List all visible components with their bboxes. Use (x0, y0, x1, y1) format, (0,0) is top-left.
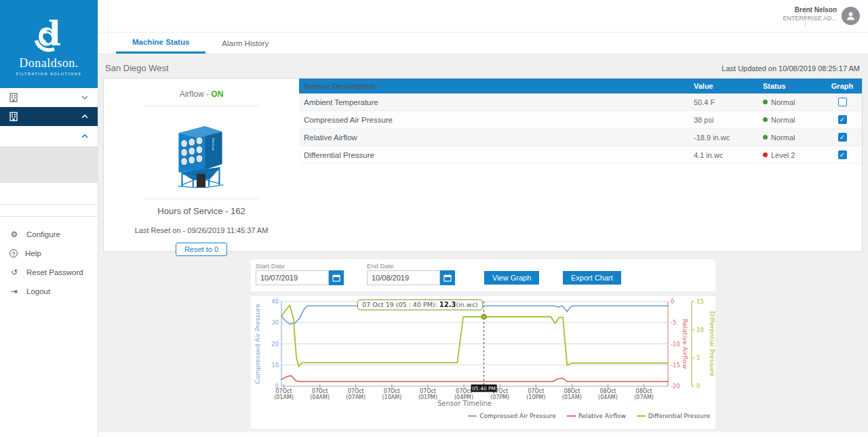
sensor-chart-svg: 0102030400-5-10-15-20151050Compressed Ai… (251, 296, 715, 400)
legend-swatch (567, 415, 576, 417)
tab-bar: Machine Status Alarm History (98, 33, 868, 54)
menu-label: Configure (26, 230, 60, 238)
svg-text:5: 5 (696, 354, 700, 361)
user-name: Brent Nelson (783, 6, 837, 14)
chevron-up-icon (81, 134, 88, 138)
legend-label: Relative Airflow (578, 413, 626, 419)
svg-text:40: 40 (271, 298, 279, 305)
gear-icon: ⚙ (9, 230, 19, 239)
start-date-label: Start Date (256, 262, 285, 270)
logout-icon: ⇥ (9, 287, 19, 296)
legend-item: Differential Pressure (637, 413, 710, 419)
svg-text:07Oct: 07Oct (276, 388, 292, 394)
graph-checkbox[interactable]: ✓ (838, 133, 847, 142)
sensor-value: -18.9 in.wc (694, 133, 763, 142)
dust-collector-image: Donaldson (166, 113, 237, 189)
airflow-status: Airflow - ON (104, 89, 299, 99)
brand-tagline: FILTRATION SOLUTIONS (16, 72, 82, 76)
start-date-calendar-button[interactable] (329, 270, 344, 285)
start-date-input[interactable] (256, 270, 329, 285)
brand-logo: d Donaldson. FILTRATION SOLUTIONS (0, 0, 98, 88)
sidebar-group-collapsed[interactable] (0, 88, 98, 107)
end-date-label: End Date (367, 262, 394, 270)
status-dot (763, 152, 768, 157)
chevron-up-icon (81, 115, 88, 119)
sidebar-group-expanded[interactable] (0, 107, 98, 126)
sensor-value: 38 psi (694, 116, 763, 124)
svg-text:15: 15 (696, 298, 704, 305)
export-chart-button[interactable]: Export Chart (563, 271, 621, 285)
person-icon (845, 10, 856, 22)
col-sensor-description: Sensor Description (299, 82, 694, 90)
view-graph-button[interactable]: View Graph (484, 271, 539, 285)
svg-text:20: 20 (271, 341, 279, 348)
user-avatar[interactable] (842, 7, 860, 25)
svg-text:07Oct: 07Oct (456, 388, 472, 394)
status-label: Normal (771, 98, 795, 106)
svg-text:08Oct: 08Oct (636, 388, 652, 394)
svg-text:Donaldson: Donaldson (212, 138, 215, 151)
graph-checkbox[interactable] (838, 98, 847, 106)
sidebar-item-logout[interactable]: ⇥ Logout (0, 282, 98, 301)
svg-text:-10: -10 (671, 341, 680, 348)
svg-text:05:40 PM: 05:40 PM (472, 386, 496, 392)
app-root: d Donaldson. FILTRATION SOLUTIONS (0, 0, 868, 437)
bottom-strip (98, 432, 868, 437)
tab-alarm-history[interactable]: Alarm History (205, 33, 285, 54)
legend-label: Differential Pressure (648, 413, 710, 419)
page-title: San Diego West (105, 63, 169, 73)
sidebar-selected-item[interactable] (0, 146, 98, 183)
top-bar: Brent Nelson ENTERPRISE AD... (98, 0, 868, 33)
divider (144, 106, 259, 106)
legend-item: Compressed Air Pressure (468, 413, 555, 419)
end-date-input[interactable] (367, 270, 440, 285)
status-label: Normal (771, 133, 795, 142)
machine-status-card: Airflow - ON (103, 78, 863, 252)
menu-label: Logout (26, 287, 50, 295)
tooltip-value: 12.3 (439, 301, 456, 308)
svg-text:Differential Pressure: Differential Pressure (709, 311, 715, 376)
sensor-description: Ambient Temperature (299, 98, 694, 106)
graph-checkbox[interactable]: ✓ (838, 150, 847, 159)
reset-to-0-button[interactable]: Reset to 0 (176, 243, 227, 256)
legend-swatch (637, 415, 646, 417)
status-dot (763, 100, 768, 104)
tab-machine-status[interactable]: Machine Status (116, 33, 205, 54)
sensor-value: 50.4 F (694, 98, 763, 106)
building-icon (9, 93, 18, 102)
sidebar-list-item[interactable] (0, 183, 98, 205)
svg-text:0: 0 (671, 298, 674, 305)
table-row: Compressed Air Pressure 38 psi Normal ✓ (299, 111, 862, 129)
sidebar-item-help[interactable]: ? Help (0, 244, 98, 263)
svg-text:08Oct: 08Oct (599, 388, 616, 394)
sidebar-item-reset-password[interactable]: ↺ Reset Password (0, 263, 98, 282)
sidebar: d Donaldson. FILTRATION SOLUTIONS (0, 0, 98, 437)
x-axis-title: Sensor Timeline (251, 400, 678, 407)
reset-icon: ↺ (9, 268, 19, 277)
sensor-description: Differential Pressure (299, 151, 694, 159)
donaldson-logo-icon: d (28, 13, 70, 55)
end-date-calendar-button[interactable] (440, 270, 455, 285)
sidebar-list-item[interactable] (0, 205, 98, 217)
col-graph: Graph (823, 82, 862, 90)
svg-text:Relative Airflow: Relative Airflow (682, 319, 689, 369)
graph-checkbox[interactable]: ✓ (838, 115, 847, 124)
airflow-state: ON (211, 89, 223, 99)
sidebar-subgroup-expanded[interactable] (0, 126, 98, 146)
svg-text:07Oct: 07Oct (312, 388, 328, 394)
user-role: ENTERPRISE AD... (783, 15, 837, 22)
status-dot (763, 135, 768, 140)
col-status: Status (763, 82, 823, 90)
legend-item: Relative Airflow (567, 413, 626, 419)
sidebar-item-configure[interactable]: ⚙ Configure (0, 225, 98, 244)
help-icon: ? (9, 249, 18, 257)
sensor-chart[interactable]: 0102030400-5-10-15-20151050Compressed Ai… (251, 296, 715, 403)
last-reset-label: Last Reset on - 09/26/2019 11:45:37 AM (104, 226, 299, 234)
divider (144, 199, 259, 199)
machine-panel: Airflow - ON (104, 79, 299, 251)
table-row: Differential Pressure 4.1 in.wc Level 2 … (299, 146, 862, 164)
graph-controls-panel: Start Date End Date (251, 259, 715, 291)
col-value: Value (694, 82, 763, 90)
svg-text:-20: -20 (671, 383, 680, 390)
table-row: Ambient Temperature 50.4 F Normal (299, 93, 862, 111)
